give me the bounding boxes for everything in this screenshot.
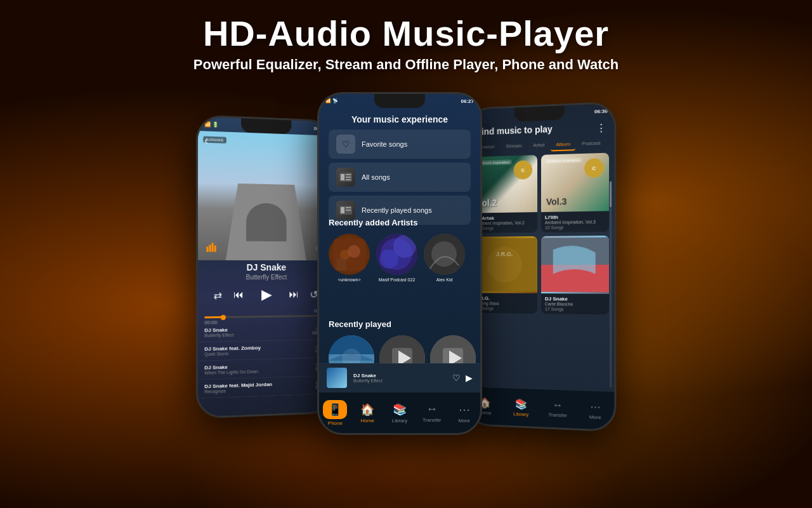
all-songs-icon xyxy=(336,168,355,187)
more-dots-button[interactable]: ⋮ xyxy=(596,122,606,135)
album-sub-jrg: Beijing Bass xyxy=(476,301,534,306)
phone-left: 📶 🔋 06:29 DJSNAKE ‹ ♡ xyxy=(196,114,334,418)
equalizer-button[interactable] xyxy=(206,243,217,254)
library-icon: 📚 xyxy=(393,403,407,417)
ambient-badge-2: Ambient Inspiration xyxy=(545,157,583,164)
artist-item[interactable]: Masif Podcast 022 xyxy=(376,234,417,282)
more-nav-label: More xyxy=(458,418,469,424)
album-thumb-djsnake xyxy=(541,236,609,294)
album-sub-lilith: Ambient Inspiration, Vol.3 xyxy=(545,220,605,225)
album-card-lilith[interactable]: Ambient Inspiration C Li'lith Ambient In… xyxy=(541,153,609,232)
artists-row: <unknown> xyxy=(319,234,480,282)
tab-album[interactable]: Album xyxy=(551,138,575,151)
svg-rect-11 xyxy=(346,207,351,208)
menu-item-favorites[interactable]: ♡ Favorite songs xyxy=(329,130,471,159)
notch-left xyxy=(241,118,291,134)
album-thumb-lilith: Ambient Inspiration C xyxy=(541,153,609,212)
library-label-right: Library xyxy=(513,411,528,417)
mini-subtitle: Butterfly Effect xyxy=(353,378,446,383)
mini-controls: ♡ ▶ xyxy=(452,373,473,383)
artist-avatar-unknown xyxy=(329,234,370,275)
mini-favorite-button[interactable]: ♡ xyxy=(452,373,461,383)
list-item[interactable]: DJ Snake Butterfly Effect Dance 03:24 ♪ xyxy=(198,321,332,342)
notch-right xyxy=(514,105,565,121)
nav-item-home[interactable]: 🏠 Home xyxy=(351,403,384,424)
phone-nav-icon-bg: 📱 xyxy=(323,400,347,419)
menu-item-all-songs[interactable]: All songs xyxy=(329,163,471,192)
phone-center: 📶 📡 06:27 Your music experience ♡ Favori… xyxy=(317,92,482,435)
screen-left: 📶 🔋 06:29 DJSNAKE ‹ ♡ xyxy=(198,117,332,417)
transfer-label-right: Transfer xyxy=(548,412,567,418)
recently-played-label: Recently played songs xyxy=(362,206,432,214)
transfer-icon: ↔ xyxy=(426,403,438,416)
song-subtitle-left: Butterfly Effect xyxy=(198,274,332,281)
artist-name-unknown: <unknown> xyxy=(337,277,360,282)
svg-point-22 xyxy=(431,241,457,267)
phone-right: 📶 06:30 Find music to play ⋮ Browser Str… xyxy=(466,102,617,432)
tab-stream[interactable]: Stream xyxy=(501,140,527,153)
phone-icon: 📱 xyxy=(328,403,342,416)
bottom-nav-center: 📱 Phone 🏠 Home 📚 Library ↔ Transfer xyxy=(319,392,480,433)
next-button[interactable]: ⏭ xyxy=(289,289,299,300)
transfer-nav-label: Transfer xyxy=(422,417,442,423)
tab-podcast[interactable]: Podcast xyxy=(577,137,606,150)
svg-rect-6 xyxy=(346,174,351,175)
artist-avatar-masif xyxy=(376,234,417,275)
artist-name-alex: Alex Kid xyxy=(436,277,453,282)
back-button[interactable]: ‹ xyxy=(204,135,207,146)
nav-item-transfer-right[interactable]: ↔ Transfer xyxy=(539,399,577,418)
svg-rect-1 xyxy=(209,244,211,251)
album-art: DJSNAKE xyxy=(198,131,332,260)
mini-player[interactable]: DJ Snake Butterfly Effect ♡ ▶ xyxy=(319,363,480,392)
song-list: DJ Snake Butterfly Effect Dance 03:24 ♪ … xyxy=(198,321,332,417)
tab-artist[interactable]: Artist xyxy=(528,139,549,152)
player-controls: ⇄ ⏮ ▶ ⏭ ↺ xyxy=(198,283,332,307)
recently-played-icon xyxy=(336,201,355,220)
album-sub-artak: Ambient Inspiration, Vol.2 xyxy=(476,220,534,225)
library-icon-right: 📚 xyxy=(514,398,527,410)
artist-item[interactable]: <unknown> xyxy=(329,234,370,282)
nav-item-library-right[interactable]: 📚 Library xyxy=(503,397,539,417)
svg-rect-7 xyxy=(346,177,351,178)
album-image xyxy=(198,131,332,260)
svg-rect-3 xyxy=(214,246,216,252)
artist-item[interactable]: Alex Kid xyxy=(424,234,465,282)
status-time-center: 06:27 xyxy=(461,98,474,104)
status-icons-left: 📶 🔋 xyxy=(204,121,218,128)
play-button[interactable]: ▶ xyxy=(255,283,278,306)
phones-container: 📶 🔋 06:29 DJSNAKE ‹ ♡ xyxy=(0,92,812,508)
nav-item-transfer[interactable]: ↔ Transfer xyxy=(416,403,448,423)
music-experience-title: Your music experience xyxy=(319,114,480,124)
list-item[interactable]: DJ Snake feat. Majid Jordan Recognize Da… xyxy=(198,376,332,399)
nav-item-phone[interactable]: 📱 Phone xyxy=(319,400,351,426)
nav-item-library[interactable]: 📚 Library xyxy=(384,403,416,424)
album-info-djsnake: DJ Snake Carte Blanche 17 Songs xyxy=(541,293,609,314)
recently-played-title: Recently played xyxy=(329,319,480,329)
album-info-lilith: Li'lith Ambient Inspiration, Vol.3 10 So… xyxy=(541,211,609,232)
chilla-logo: C xyxy=(514,160,532,180)
svg-text:J.R.G.: J.R.G. xyxy=(496,251,513,257)
menu-items: ♡ Favorite songs All songs xyxy=(329,130,471,229)
more-label-right: More xyxy=(589,414,601,420)
album-card-djsnake[interactable]: DJ Snake Carte Blanche 17 Songs xyxy=(541,236,609,314)
mini-title: DJ Snake xyxy=(353,373,446,378)
album-sub-djsnake: Carte Blanche xyxy=(545,302,605,307)
nav-item-more-right[interactable]: ⋯ More xyxy=(577,400,615,421)
recently-added-title: Recently added Artists xyxy=(329,218,480,227)
svg-point-20 xyxy=(393,235,416,258)
scroll-indicator xyxy=(610,181,612,387)
svg-rect-12 xyxy=(346,210,351,211)
screen-right: 📶 06:30 Find music to play ⋮ Browser Str… xyxy=(467,104,614,430)
all-songs-label: All songs xyxy=(362,173,390,181)
artists-section: Recently added Artists xyxy=(319,218,480,282)
more-icon: ⋯ xyxy=(459,403,470,417)
prev-button[interactable]: ⏮ xyxy=(233,289,244,300)
mini-play-button[interactable]: ▶ xyxy=(466,373,473,383)
album-songs-lilith: 10 Songs xyxy=(545,225,605,230)
shuffle-button[interactable]: ⇄ xyxy=(214,289,222,301)
transfer-icon-right: ↔ xyxy=(553,399,563,411)
nav-item-more[interactable]: ⋯ More xyxy=(448,403,480,424)
bottom-nav-right: 🏠 Home 📚 Library ↔ Transfer ⋯ More xyxy=(467,386,614,430)
album-songs-djsnake: 17 Songs xyxy=(545,307,605,312)
home-icon: 🏠 xyxy=(360,403,374,417)
